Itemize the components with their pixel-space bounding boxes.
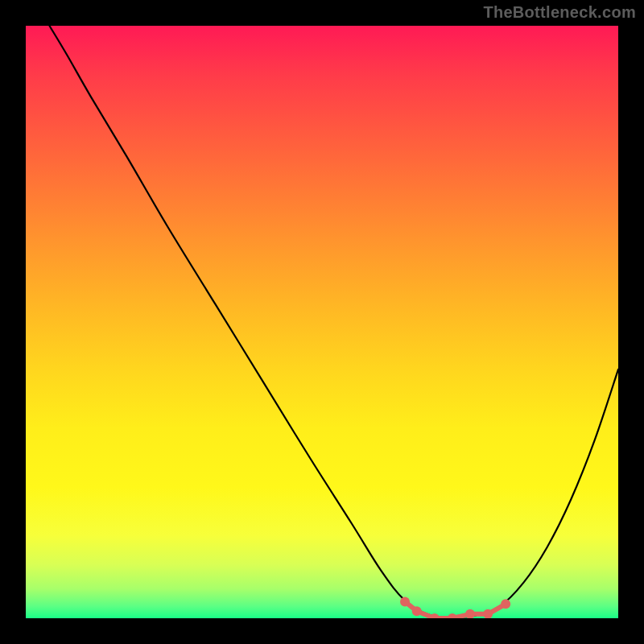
chart-frame: TheBottleneck.com (0, 0, 644, 644)
highlight-dots (400, 597, 510, 618)
highlight-dot (430, 613, 440, 618)
watermark-text: TheBottleneck.com (483, 3, 636, 22)
plot-area (26, 26, 618, 618)
highlight-dot (465, 609, 475, 618)
highlight-dot (400, 597, 410, 606)
highlight-dot (501, 599, 510, 609)
highlight-dot (412, 606, 422, 616)
highlight-dot (448, 613, 457, 618)
plot-svg (26, 26, 618, 618)
curve-path (49, 26, 618, 617)
